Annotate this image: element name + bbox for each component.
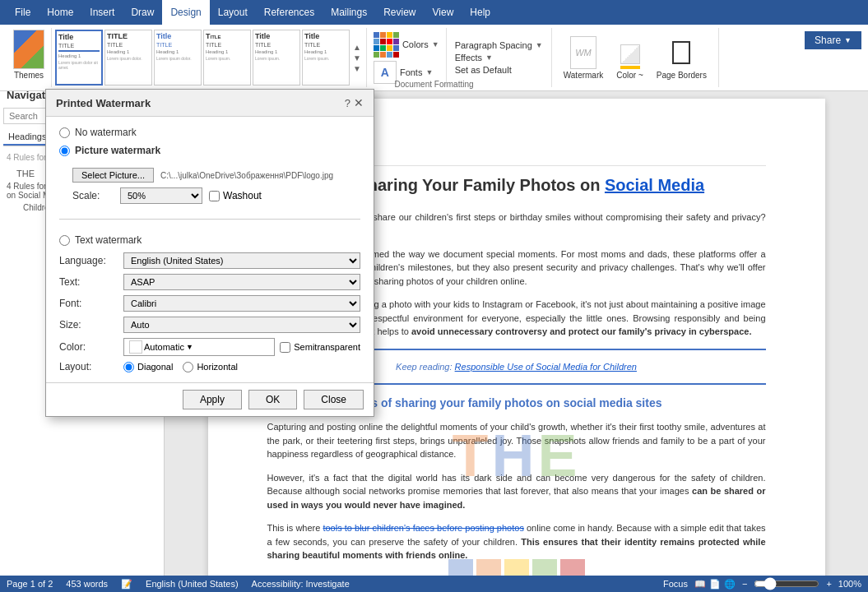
select-picture-button[interactable]: Select Picture... [72, 168, 154, 183]
text-select[interactable]: ASAP [123, 274, 360, 290]
size-row: Size: Auto [59, 317, 360, 333]
apply-button[interactable]: Apply [183, 390, 242, 409]
theme-sample-3[interactable]: Title TITLE Heading 1 Lorem ipsum dolor. [154, 30, 202, 86]
picture-options: Select Picture... C:\...\julka\OneDrive\… [72, 168, 360, 204]
ribbon-tabs: File Home Insert Draw Design Layout Refe… [0, 0, 868, 25]
font-row: Font: Calibri [59, 295, 360, 312]
dialog-close-button[interactable]: ✕ [354, 96, 364, 109]
horizontal-label[interactable]: Horizontal [197, 362, 238, 372]
doc-para-6: This is where tools to blur children's f… [267, 521, 766, 562]
color-dropdown[interactable]: Automatic ▼ [123, 338, 275, 356]
tab-draw[interactable]: Draw [123, 0, 162, 25]
select-picture-row: Select Picture... C:\...\julka\OneDrive\… [72, 168, 360, 183]
color-field-label: Color: [59, 341, 117, 353]
status-left: Page 1 of 2 453 words 📝 English (United … [7, 579, 350, 590]
theme-sample-1[interactable]: Title TITLE Heading 1 Lorem ipsum dolor … [55, 30, 103, 86]
tab-mailings[interactable]: Mailings [323, 0, 375, 25]
colors-button[interactable]: Colors ▼ [374, 32, 439, 58]
language-status[interactable]: English (United States) [146, 579, 239, 589]
color-controls: Automatic ▼ Semitransparent [123, 338, 360, 356]
tab-help[interactable]: Help [462, 0, 499, 25]
font-select[interactable]: Calibri [123, 295, 360, 312]
colors-label: Colors [402, 39, 429, 49]
effects-button[interactable]: Effects ▼ [455, 53, 543, 62]
watermark-button[interactable]: WM Watermark [559, 35, 609, 81]
language-label: Language: [59, 255, 117, 266]
theme-sample-2[interactable]: TITLE TITLE Heading 1 Lorem ipsum dolor. [104, 30, 152, 86]
print-view-icon[interactable]: 📄 [709, 579, 721, 590]
tab-layout[interactable]: Layout [210, 0, 256, 25]
keep-reading-link[interactable]: Responsible Use of Social Media for Chil… [455, 362, 637, 372]
doc-title-link[interactable]: Social Media [605, 176, 704, 194]
read-view-icon[interactable]: 📖 [694, 579, 706, 590]
semitransparent-label[interactable]: Semitransparent [294, 342, 360, 352]
focus-label[interactable]: Focus [663, 579, 688, 589]
watermark-options: No watermark Picture watermark Select Pi… [59, 127, 360, 372]
language-row: Language: English (United States) [59, 252, 360, 269]
semitransparent-checkbox[interactable] [280, 342, 290, 353]
layout-field-label: Layout: [59, 361, 117, 372]
language-select[interactable]: English (United States) [123, 252, 360, 269]
no-watermark-label[interactable]: No watermark [75, 127, 137, 138]
accessibility-status[interactable]: Accessibility: Investigate [252, 579, 350, 589]
tab-design[interactable]: Design [162, 0, 209, 25]
size-select[interactable]: Auto [123, 317, 360, 333]
picture-watermark-radio[interactable] [59, 146, 70, 156]
share-button[interactable]: Share ▼ [805, 31, 861, 49]
color-value: Automatic [144, 342, 184, 352]
semitransparent-option: Semitransparent [280, 342, 360, 353]
paragraph-spacing-button[interactable]: Paragraph Spacing ▼ [455, 40, 543, 50]
tab-review[interactable]: Review [375, 0, 424, 25]
text-field-label: Text: [59, 276, 117, 288]
theme-sample-5[interactable]: Title TITLE Heading 1 Lorem ipsum. [253, 30, 300, 86]
horizontal-radio[interactable] [183, 362, 193, 372]
paragraph-group: Paragraph Spacing ▼ Effects ▼ Set as Def… [447, 28, 552, 87]
diagonal-radio[interactable] [123, 362, 134, 372]
theme-sample-6[interactable]: Title TITLE Heading 1 Lorem ipsum. [302, 30, 350, 86]
web-view-icon[interactable]: 🌐 [724, 579, 736, 590]
ribbon: File Home Insert Draw Design Layout Refe… [0, 0, 868, 82]
zoom-minus-icon[interactable]: − [742, 579, 747, 589]
watermark-icon: WM [570, 36, 596, 69]
page-color-button[interactable]: Color ~ [611, 35, 648, 81]
ribbon-content: Themes Title TITLE Heading 1 Lorem ipsum… [0, 25, 868, 91]
zoom-slider[interactable] [754, 577, 819, 590]
theme-sample-4[interactable]: Title TITLE Heading 1 Lorem ipsum. [203, 30, 251, 86]
washout-label[interactable]: Washout [223, 190, 262, 201]
nav-tab-headings[interactable]: Headings [3, 129, 51, 146]
tab-view[interactable]: View [425, 0, 462, 25]
dialog-help-button[interactable]: ? [345, 97, 350, 109]
doc-para-4: Capturing and posting online the delight… [267, 420, 766, 461]
page-color-label: Color ~ [616, 71, 643, 80]
tab-insert[interactable]: Insert [81, 0, 123, 25]
scale-select[interactable]: 50% Auto 100% 150% [120, 187, 202, 204]
color-row: Color: Automatic ▼ Semitransparent [59, 338, 360, 356]
washout-checkbox[interactable] [209, 191, 220, 201]
tab-references[interactable]: References [256, 0, 323, 25]
track-changes-icon[interactable]: 📝 [121, 579, 132, 590]
ok-button[interactable]: OK [248, 390, 297, 409]
fonts-label: Fonts [400, 67, 423, 77]
themes-group[interactable]: Themes [7, 28, 52, 87]
section-divider [59, 219, 360, 220]
close-button[interactable]: Close [304, 390, 364, 409]
text-watermark-label[interactable]: Text watermark [75, 234, 142, 246]
picture-watermark-label[interactable]: Picture watermark [75, 145, 160, 156]
page-borders-button[interactable]: Page Borders [652, 35, 712, 81]
document-formatting-label: Document Formatting [394, 80, 473, 89]
no-watermark-radio[interactable] [59, 127, 70, 138]
text-watermark-radio[interactable] [59, 235, 70, 246]
keep-reading-prefix: Keep reading: [396, 362, 455, 372]
effects-label: Effects [455, 53, 482, 62]
text-watermark-section: Language: English (United States) Text: … [59, 252, 360, 372]
zoom-plus-icon[interactable]: + [826, 579, 831, 589]
theme-samples-scroll[interactable]: ▲ ▼ ▼ [351, 30, 363, 86]
themes-icon [13, 30, 44, 69]
scale-row: Scale: 50% Auto 100% 150% Washout [72, 187, 360, 204]
diagonal-label[interactable]: Diagonal [137, 362, 173, 372]
picture-watermark-row: Picture watermark [59, 145, 360, 156]
set-as-default-button[interactable]: Set as Default [455, 65, 543, 75]
doc-para-6-link[interactable]: tools to blur children's faces before po… [323, 523, 523, 533]
tab-home[interactable]: Home [39, 0, 81, 25]
tab-file[interactable]: File [7, 0, 39, 25]
